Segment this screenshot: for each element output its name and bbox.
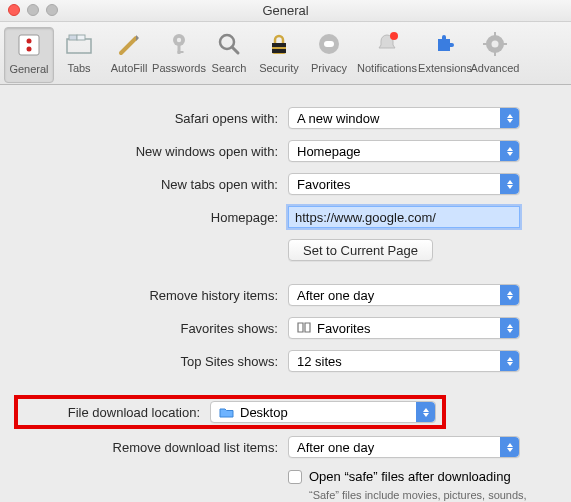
close-window-button[interactable] [8, 4, 20, 16]
new-windows-select[interactable]: Homepage [288, 140, 520, 162]
chevron-updown-icon [416, 402, 435, 422]
favorites-shows-label: Favorites shows: [20, 321, 288, 336]
svg-rect-20 [494, 32, 496, 36]
general-preferences-pane: Safari opens with: A new window New wind… [0, 85, 571, 502]
svg-rect-16 [324, 41, 334, 47]
svg-rect-3 [67, 39, 91, 53]
download-location-highlight: File download location: Desktop [14, 395, 446, 429]
new-tabs-label: New tabs open with: [20, 177, 288, 192]
select-value: After one day [297, 288, 374, 303]
preferences-toolbar: General Tabs AutoFill Passwords Search S… [0, 22, 571, 85]
chevron-updown-icon [500, 285, 519, 305]
tab-extensions[interactable]: Extensions [420, 27, 470, 83]
svg-point-1 [27, 39, 32, 44]
svg-point-2 [27, 47, 32, 52]
open-safe-files-label: Open “safe” files after downloading [309, 469, 529, 484]
tab-label: AutoFill [111, 62, 148, 74]
remove-history-select[interactable]: After one day [288, 284, 520, 306]
svg-point-7 [177, 38, 181, 42]
minimize-window-button[interactable] [27, 4, 39, 16]
general-icon [14, 30, 44, 60]
tab-search[interactable]: Search [204, 27, 254, 83]
select-value: After one day [297, 440, 374, 455]
top-sites-label: Top Sites shows: [20, 354, 288, 369]
select-value: 12 sites [297, 354, 342, 369]
favorites-shows-select[interactable]: Favorites [288, 317, 520, 339]
select-value: Favorites [297, 177, 350, 192]
search-icon [214, 29, 244, 59]
tab-label: Search [212, 62, 247, 74]
svg-rect-5 [77, 35, 85, 40]
svg-point-17 [390, 32, 398, 40]
tab-tabs[interactable]: Tabs [54, 27, 104, 83]
tab-notifications[interactable]: Notifications [354, 27, 420, 83]
remove-downloads-label: Remove download list items: [20, 440, 288, 455]
tab-label: Privacy [311, 62, 347, 74]
tab-label: Passwords [152, 62, 206, 74]
chevron-updown-icon [500, 174, 519, 194]
svg-rect-9 [178, 51, 184, 53]
top-sites-select[interactable]: 12 sites [288, 350, 520, 372]
tab-security[interactable]: Security [254, 27, 304, 83]
tab-passwords[interactable]: Passwords [154, 27, 204, 83]
safari-opens-select[interactable]: A new window [288, 107, 520, 129]
chevron-updown-icon [500, 351, 519, 371]
key-icon [164, 29, 194, 59]
download-location-label: File download location: [20, 405, 210, 420]
tab-label: Tabs [67, 62, 90, 74]
select-value: A new window [297, 111, 379, 126]
svg-rect-21 [494, 52, 496, 56]
svg-rect-4 [69, 35, 77, 40]
select-value: Favorites [317, 321, 370, 336]
set-current-page-button[interactable]: Set to Current Page [288, 239, 433, 261]
svg-line-11 [232, 47, 238, 53]
safari-opens-label: Safari opens with: [20, 111, 288, 126]
select-value: Desktop [240, 405, 288, 420]
open-safe-files-note: “Safe” files include movies, pictures, s… [309, 484, 529, 502]
tab-general[interactable]: General [4, 27, 54, 83]
bell-icon [372, 29, 402, 59]
tab-advanced[interactable]: Advanced [470, 27, 520, 83]
tab-autofill[interactable]: AutoFill [104, 27, 154, 83]
remove-downloads-select[interactable]: After one day [288, 436, 520, 458]
tab-privacy[interactable]: Privacy [304, 27, 354, 83]
download-location-select[interactable]: Desktop [210, 401, 436, 423]
autofill-icon [114, 29, 144, 59]
svg-point-19 [492, 41, 499, 48]
chevron-updown-icon [500, 318, 519, 338]
tab-label: Notifications [357, 62, 417, 74]
chevron-updown-icon [500, 108, 519, 128]
security-icon [264, 29, 294, 59]
new-windows-label: New windows open with: [20, 144, 288, 159]
gear-icon [480, 29, 510, 59]
select-value: Homepage [297, 144, 361, 159]
folder-icon [219, 406, 234, 418]
puzzle-icon [430, 29, 460, 59]
privacy-icon [314, 29, 344, 59]
window-titlebar: General [0, 0, 571, 22]
tab-label: Security [259, 62, 299, 74]
remove-history-label: Remove history items: [20, 288, 288, 303]
homepage-label: Homepage: [20, 210, 288, 225]
open-safe-files-checkbox[interactable] [288, 470, 302, 484]
tab-label: Advanced [471, 62, 520, 74]
tab-label: Extensions [418, 62, 472, 74]
book-icon [297, 322, 311, 334]
tabs-icon [64, 29, 94, 59]
chevron-updown-icon [500, 437, 519, 457]
svg-rect-14 [272, 49, 286, 53]
maximize-window-button[interactable] [46, 4, 58, 16]
svg-rect-13 [272, 43, 286, 47]
svg-rect-0 [19, 35, 39, 55]
new-tabs-select[interactable]: Favorites [288, 173, 520, 195]
svg-rect-23 [503, 43, 507, 45]
homepage-input[interactable] [288, 206, 520, 228]
chevron-updown-icon [500, 141, 519, 161]
window-title: General [262, 3, 308, 18]
tab-label: General [9, 63, 48, 75]
svg-rect-22 [483, 43, 487, 45]
